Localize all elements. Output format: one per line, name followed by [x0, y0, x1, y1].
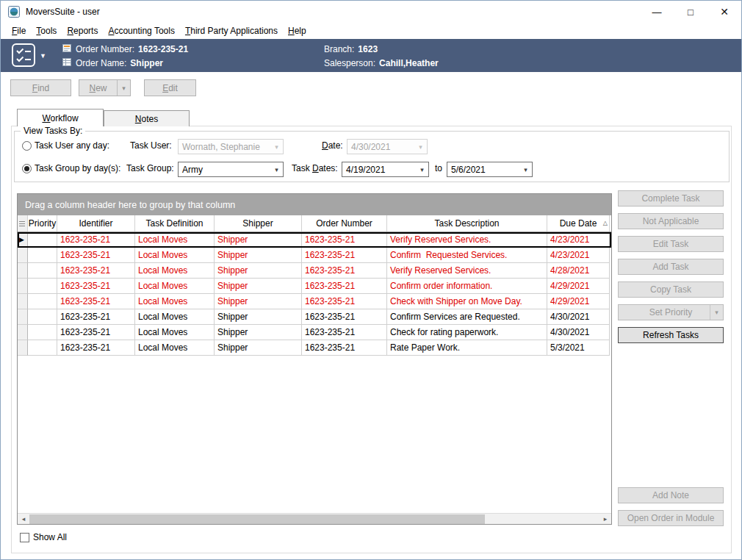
- task-group-radio-label[interactable]: Task Group by day(s):: [35, 163, 120, 174]
- menu-item-help[interactable]: Help: [283, 23, 311, 39]
- row-selector[interactable]: [18, 325, 28, 340]
- new-dropdown-icon[interactable]: ▾: [117, 80, 130, 96]
- grid-rows-icon: [19, 220, 25, 227]
- branch-label: Branch:: [324, 44, 354, 54]
- edit-task-button[interactable]: Edit Task: [618, 236, 724, 252]
- row-selector[interactable]: [18, 248, 28, 263]
- edit-button[interactable]: Edit: [144, 79, 196, 96]
- window-title: MoversSuite - user: [26, 1, 100, 23]
- task-group-combobox[interactable]: Army ▾: [178, 162, 284, 177]
- table-row[interactable]: 1623-235-21 Local Moves Shipper 1623-235…: [18, 340, 611, 356]
- table-row[interactable]: 1623-235-21 Local Moves Shipper 1623-235…: [18, 325, 611, 340]
- column-header-identifier[interactable]: Identifier: [57, 215, 135, 231]
- cell-due-date: 4/29/2021: [547, 279, 610, 294]
- cell-identifier: 1623-235-21: [57, 279, 135, 294]
- table-row[interactable]: 1623-235-21 Local Moves Shipper 1623-235…: [18, 279, 611, 294]
- refresh-tasks-button[interactable]: Refresh Tasks: [618, 327, 724, 343]
- order-info: Order Number: 1623-235-21 Order Name: Sh…: [62, 43, 188, 69]
- cell-identifier: 1623-235-21: [57, 340, 135, 356]
- current-row-icon: ▶: [19, 236, 24, 243]
- row-selector[interactable]: ▶: [18, 232, 28, 248]
- cell-order-number: 1623-235-21: [302, 248, 387, 263]
- cell-identifier: 1623-235-21: [57, 309, 135, 325]
- cell-task-description: Verify Reserved Services.: [387, 232, 547, 248]
- column-header-task-description[interactable]: Task Description: [387, 215, 547, 231]
- column-header-due-date[interactable]: Due Date△: [547, 215, 610, 231]
- menu-item-tools[interactable]: Tools: [31, 23, 62, 39]
- task-dates-to-combobox[interactable]: 5/6/2021 ▾: [447, 162, 533, 177]
- to-label: to: [435, 163, 442, 174]
- cell-task-description: Check with Shipper on Move Day.: [387, 294, 547, 309]
- salesperson-label: Salesperson:: [324, 58, 375, 68]
- app-icon: [8, 6, 20, 18]
- row-selector[interactable]: [18, 309, 28, 325]
- add-task-button[interactable]: Add Task: [618, 259, 724, 275]
- complete-task-button[interactable]: Complete Task: [618, 190, 724, 207]
- chevron-down-icon: ▾: [270, 143, 283, 151]
- date-combobox[interactable]: 4/30/2021 ▾: [347, 139, 428, 154]
- column-header-shipper[interactable]: Shipper: [215, 215, 302, 231]
- workflow-module-icon[interactable]: [11, 43, 36, 68]
- menu-item-file[interactable]: File: [7, 23, 31, 39]
- title-bar[interactable]: MoversSuite - user — □ ✕: [1, 1, 741, 23]
- date-label: Date:: [322, 140, 343, 151]
- new-button[interactable]: New ▾: [79, 79, 131, 96]
- find-button[interactable]: Find: [10, 79, 71, 96]
- menu-item-third-party-applications[interactable]: Third Party Applications: [180, 23, 283, 39]
- scroll-left-button[interactable]: ◂: [18, 514, 29, 524]
- group-by-dropzone[interactable]: Drag a column header here to group by th…: [18, 194, 611, 215]
- table-row[interactable]: 1623-235-21 Local Moves Shipper 1623-235…: [18, 294, 611, 309]
- scroll-track[interactable]: [29, 514, 599, 524]
- row-selector[interactable]: [18, 263, 28, 279]
- tab-notes[interactable]: Notes: [104, 110, 190, 126]
- scroll-thumb[interactable]: [29, 514, 485, 524]
- window-controls: — □ ✕: [640, 1, 741, 23]
- cell-priority: [28, 325, 57, 340]
- cell-identifier: 1623-235-21: [57, 232, 135, 248]
- set-priority-button[interactable]: Set Priority ▾: [618, 304, 724, 320]
- table-row[interactable]: 1623-235-21 Local Moves Shipper 1623-235…: [18, 248, 611, 263]
- task-user-label: Task User:: [130, 140, 172, 151]
- copy-task-button[interactable]: Copy Task: [618, 281, 724, 298]
- view-tasks-by-groupbox: View Tasks By: Task User any day: Task U…: [14, 131, 730, 182]
- cell-shipper: Shipper: [215, 232, 302, 248]
- row-selector[interactable]: [18, 294, 28, 309]
- task-user-radio[interactable]: [22, 141, 32, 151]
- cell-priority: [28, 340, 57, 356]
- cell-task-description: Confirm Requested Services.: [387, 248, 547, 263]
- scroll-right-button[interactable]: ▸: [599, 514, 611, 524]
- row-selector[interactable]: [18, 279, 28, 294]
- not-applicable-button[interactable]: Not Applicable: [618, 213, 724, 229]
- table-row[interactable]: ▶ 1623-235-21 Local Moves Shipper 1623-2…: [18, 232, 611, 248]
- cell-priority: [28, 263, 57, 279]
- show-all-checkbox[interactable]: [20, 533, 29, 542]
- minimize-button[interactable]: —: [640, 1, 674, 23]
- task-user-radio-label[interactable]: Task User any day:: [35, 140, 109, 151]
- column-header-task-definition[interactable]: Task Definition: [135, 215, 215, 231]
- grid-header-row: Priority Identifier Task Definition Ship…: [18, 215, 611, 232]
- table-row[interactable]: 1623-235-21 Local Moves Shipper 1623-235…: [18, 309, 611, 325]
- group-by-hint: Drag a column header here to group by th…: [25, 200, 235, 210]
- row-selector[interactable]: [18, 340, 28, 356]
- tab-workflow[interactable]: Workflow: [17, 109, 104, 126]
- task-user-combobox[interactable]: Wornath, Stephanie ▾: [178, 139, 284, 154]
- set-priority-dropdown-icon[interactable]: ▾: [710, 305, 723, 320]
- open-order-in-module-button[interactable]: Open Order in Module: [618, 510, 724, 526]
- table-row[interactable]: 1623-235-21 Local Moves Shipper 1623-235…: [18, 263, 611, 279]
- close-button[interactable]: ✕: [707, 1, 741, 23]
- menu-bar: File Tools Reports Accounting Tools Thir…: [1, 23, 741, 39]
- add-note-button[interactable]: Add Note: [618, 487, 724, 503]
- menu-item-accounting-tools[interactable]: Accounting Tools: [103, 23, 180, 39]
- cell-task-definition: Local Moves: [135, 263, 215, 279]
- task-dates-from-combobox[interactable]: 4/19/2021 ▾: [342, 162, 429, 177]
- module-dropdown-icon[interactable]: ▼: [40, 52, 46, 60]
- horizontal-scrollbar[interactable]: ◂ ▸: [18, 513, 611, 524]
- column-header-order-number[interactable]: Order Number: [302, 215, 387, 231]
- column-header-priority[interactable]: Priority: [28, 215, 57, 231]
- cell-task-definition: Local Moves: [135, 309, 215, 325]
- task-group-radio[interactable]: [22, 164, 32, 173]
- order-number-icon: [62, 43, 72, 55]
- cell-task-definition: Local Moves: [135, 340, 215, 356]
- maximize-button[interactable]: □: [674, 1, 707, 23]
- menu-item-reports[interactable]: Reports: [62, 23, 103, 39]
